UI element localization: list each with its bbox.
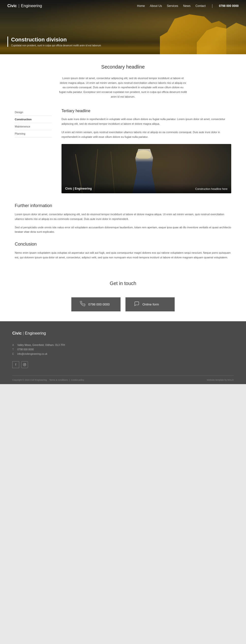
tertiary-headline: Tertiary headline xyxy=(61,109,231,113)
conclusion-text: Nemo enim ipsam voluptatem quia voluptas… xyxy=(15,250,231,260)
content-paragraph-1: Duis aute irure dolor in reprehenderit i… xyxy=(61,117,231,126)
hero-text: Construction division Cupidatat non proi… xyxy=(7,36,101,47)
phone-button[interactable]: 0798 000 0000 xyxy=(71,297,121,312)
svg-rect-0 xyxy=(23,364,26,366)
cookie-link[interactable]: Cookie policy xyxy=(71,379,84,381)
sidebar-item-construction[interactable]: Construction xyxy=(15,116,52,123)
hero-section: Civic | Engineering Home About Us Servic… xyxy=(0,0,246,54)
footer-logo: Civic | Engineering xyxy=(12,331,234,336)
template-credit: Website template by MALO xyxy=(207,379,234,381)
two-column-layout: Design Construction Maintenence Planning… xyxy=(15,109,231,193)
instagram-icon[interactable] xyxy=(21,361,28,368)
intro-text: Lorem ipsum dolor sit amet, consectetur … xyxy=(59,76,187,99)
sidebar-item-maintenence[interactable]: Maintenence xyxy=(15,123,52,130)
sidebar-item-planning[interactable]: Planning xyxy=(15,130,52,137)
navbar-brand-suffix: Engineering xyxy=(21,4,42,8)
footer-address: A Valley Mews, Greenfield, Oldham. OL3 7… xyxy=(12,343,234,356)
nav-contact[interactable]: Contact xyxy=(195,4,205,8)
sidebar-item-design[interactable]: Design xyxy=(15,109,52,116)
facebook-icon[interactable]: f xyxy=(12,361,19,368)
image-logo: Civic | Engineering xyxy=(65,187,92,190)
sidebar-nav: Design Construction Maintenence Planning xyxy=(15,109,52,193)
footer-social: f xyxy=(12,361,234,368)
navbar: Civic | Engineering Home About Us Servic… xyxy=(0,0,246,12)
content-column: Tertiary headline Duis aute irure dolor … xyxy=(61,109,231,193)
image-overlay: Civic | Engineering Construction headlin… xyxy=(61,184,231,193)
cta-buttons: 0798 000 0000 Online form xyxy=(0,295,246,321)
nav-services[interactable]: Services xyxy=(167,4,178,8)
hero-subtitle: Cupidatat non proident, sunt in culpa qu… xyxy=(11,44,101,47)
image-caption: Construction headline here xyxy=(195,188,228,190)
terms-link[interactable]: Terms & conditions xyxy=(49,379,68,381)
form-button[interactable]: Online form xyxy=(125,297,175,312)
navbar-phone[interactable]: 0798 000 0000 xyxy=(219,4,239,8)
form-icon xyxy=(134,301,139,308)
content-paragraph-2: Ut enim ad minim veniam, quis nostrud ex… xyxy=(61,130,231,139)
form-button-label: Online form xyxy=(142,302,159,306)
get-in-touch-section: Get in touch 0798 000 0000 Online form xyxy=(0,273,246,321)
further-paragraph-1: Lorem ipsum dolor sit amet, consectetur … xyxy=(15,212,231,221)
copyright-text: Copyright © 2024 Civil Engineering xyxy=(12,379,47,381)
phone-icon xyxy=(80,301,85,308)
nav-news[interactable]: News xyxy=(183,4,190,8)
svg-point-1 xyxy=(24,364,25,365)
further-headline: Further information xyxy=(15,203,231,208)
nav-about[interactable]: About Us xyxy=(150,4,162,8)
svg-point-2 xyxy=(25,364,25,364)
cta-headline: Get in touch xyxy=(15,280,231,286)
conclusion-headline: Conclusion xyxy=(15,242,231,247)
nav-home[interactable]: Home xyxy=(137,4,145,8)
site-footer: Civic | Engineering A Valley Mews, Green… xyxy=(0,321,246,384)
navbar-logo: Civic | Engineering xyxy=(7,4,42,8)
image-card: Civic | Engineering Construction headlin… xyxy=(61,144,231,193)
secondary-headline: Secondary headline xyxy=(15,64,231,70)
hero-title: Construction division xyxy=(11,36,101,43)
navbar-links: Home About Us Services News Contact | 07… xyxy=(137,4,239,8)
main-content: Secondary headline Lorem ipsum dolor sit… xyxy=(0,54,246,273)
further-paragraph-2: Sed ut perspiciatis unde omnis iste natu… xyxy=(15,225,231,234)
footer-bottom: Copyright © 2024 Civil Engineering Terms… xyxy=(12,376,234,384)
phone-button-label: 0798 000 0000 xyxy=(88,302,110,306)
